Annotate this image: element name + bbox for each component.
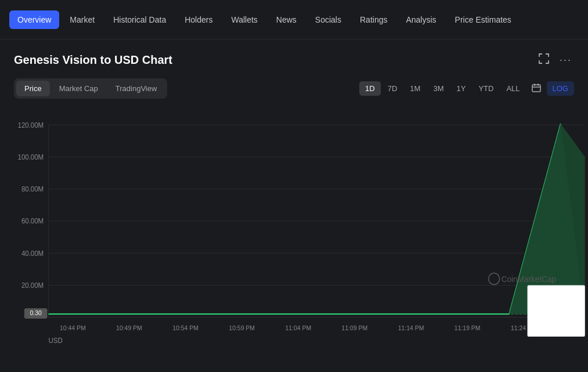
main-nav: OverviewMarketHistorical DataHoldersWall… — [0, 0, 588, 39]
svg-text:11:19 PM: 11:19 PM — [454, 324, 481, 331]
svg-text:20.00M: 20.00M — [21, 281, 44, 290]
nav-item-ratings[interactable]: Ratings — [352, 10, 395, 29]
chart-header: Genesis Vision to USD Chart ··· — [14, 51, 574, 69]
main-content: Genesis Vision to USD Chart ··· PriceMar… — [0, 39, 588, 349]
time-btn-ytd[interactable]: YTD — [472, 81, 499, 96]
svg-rect-36 — [528, 285, 585, 336]
fullscreen-button[interactable] — [536, 51, 551, 69]
svg-text:40.00M: 40.00M — [21, 249, 44, 257]
svg-rect-0 — [532, 85, 540, 92]
svg-text:11:09 PM: 11:09 PM — [342, 324, 368, 331]
svg-text:10:59 PM: 10:59 PM — [229, 324, 255, 331]
svg-text:10:44 PM: 10:44 PM — [60, 324, 86, 331]
nav-item-overview[interactable]: Overview — [9, 10, 59, 29]
nav-item-wallets[interactable]: Wallets — [223, 10, 265, 29]
nav-item-socials[interactable]: Socials — [307, 10, 349, 29]
nav-item-analysis[interactable]: Analysis — [398, 10, 444, 29]
chart-container: 120.00M 100.00M 80.00M 60.00M 40.00M 20.… — [0, 106, 588, 349]
nav-item-price-estimates[interactable]: Price Estimates — [447, 10, 520, 29]
svg-text:80.00M: 80.00M — [21, 185, 44, 193]
log-button[interactable]: LOG — [547, 81, 574, 96]
nav-item-historical-data[interactable]: Historical Data — [105, 10, 174, 29]
time-controls: 1D7D1M3M1YYTDALLLOG — [359, 80, 574, 97]
svg-text:11:04 PM: 11:04 PM — [285, 324, 311, 331]
time-btn-3m[interactable]: 3M — [427, 81, 449, 96]
nav-item-holders[interactable]: Holders — [176, 10, 221, 29]
svg-text:USD: USD — [49, 337, 63, 345]
time-btn-1y[interactable]: 1Y — [450, 81, 471, 96]
time-btn-all[interactable]: ALL — [500, 81, 525, 96]
chart-tabs: PriceMarket CapTradingView — [14, 78, 167, 99]
svg-text:120.00M: 120.00M — [18, 121, 44, 129]
time-btn-7d[interactable]: 7D — [382, 81, 403, 96]
chart-tab-tradingview[interactable]: TradingView — [107, 81, 165, 96]
svg-text:10:49 PM: 10:49 PM — [116, 324, 142, 331]
svg-text:100.00M: 100.00M — [18, 153, 44, 161]
svg-text:10:54 PM: 10:54 PM — [172, 324, 199, 331]
price-chart: 120.00M 100.00M 80.00M 60.00M 40.00M 20.… — [0, 106, 588, 349]
chart-title: Genesis Vision to USD Chart — [14, 53, 172, 67]
calendar-button[interactable] — [527, 80, 546, 97]
svg-text:CoinMarketCap: CoinMarketCap — [502, 275, 556, 284]
time-btn-1d[interactable]: 1D — [359, 81, 381, 96]
time-btn-1m[interactable]: 1M — [404, 81, 426, 96]
more-options-button[interactable]: ··· — [557, 52, 574, 68]
chart-tab-market-cap[interactable]: Market Cap — [51, 81, 106, 96]
svg-text:0.30: 0.30 — [30, 309, 41, 316]
chart-tab-price[interactable]: Price — [16, 81, 50, 96]
more-icon: ··· — [560, 54, 572, 66]
nav-item-news[interactable]: News — [268, 10, 305, 29]
chart-actions: ··· — [536, 51, 574, 69]
tabs-row: PriceMarket CapTradingView 1D7D1M3M1YYTD… — [14, 78, 574, 99]
svg-point-24 — [489, 273, 500, 284]
nav-item-market[interactable]: Market — [62, 10, 103, 29]
svg-text:60.00M: 60.00M — [21, 217, 44, 225]
svg-text:11:14 PM: 11:14 PM — [398, 324, 424, 331]
